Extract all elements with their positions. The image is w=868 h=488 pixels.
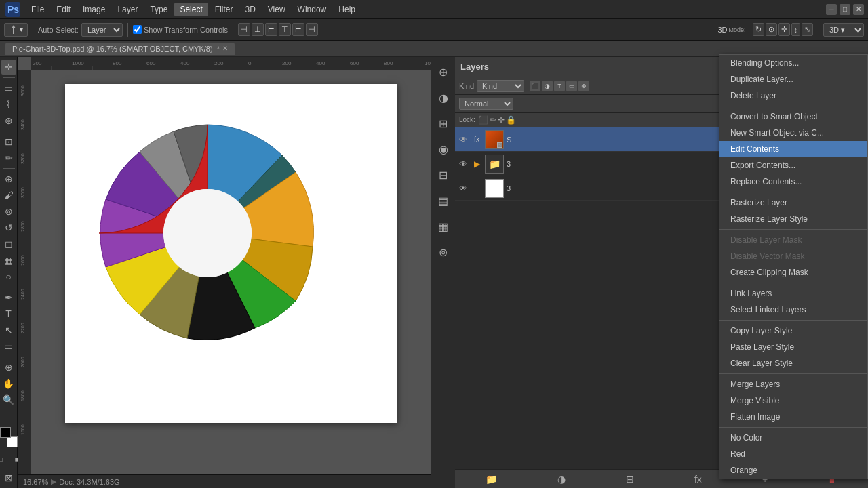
gradient-tool[interactable]: ▦ (1, 253, 16, 268)
lock-all[interactable]: 🔒 (506, 115, 516, 125)
layer-visibility-3[interactable]: 👁 (458, 183, 469, 194)
ctx-duplicate-layer[interactable]: Duplicate Layer... (719, 71, 867, 87)
menu-layer[interactable]: Layer (112, 3, 143, 16)
blend-mode-dropdown[interactable]: Normal (459, 98, 513, 110)
canvas-content[interactable] (31, 70, 431, 474)
ctx-rasterize-layer[interactable]: Rasterize Layer (719, 195, 867, 211)
lock-pixels[interactable]: ✏ (490, 115, 496, 125)
zoom-tool[interactable]: 🔍 (1, 392, 16, 407)
align-left[interactable]: ⊣ (238, 23, 250, 36)
menu-type[interactable]: Type (144, 3, 173, 16)
panel-icon-3d[interactable]: ⊕ (431, 60, 456, 84)
path-select[interactable]: ↖ (1, 323, 16, 338)
menu-window[interactable]: Window (292, 3, 332, 16)
align-top[interactable]: ⊤ (279, 23, 291, 36)
marquee-tool[interactable]: ▭ (1, 81, 16, 96)
eraser-tool[interactable]: ◻ (1, 237, 16, 251)
panel-icon-swatches[interactable]: ⊟ (431, 163, 456, 187)
3d-scale[interactable]: ⤡ (802, 23, 813, 36)
ctx-blending-options[interactable]: Blending Options... (719, 55, 867, 71)
menu-filter[interactable]: Filter (210, 3, 239, 16)
align-center-h[interactable]: ⊥ (252, 23, 264, 36)
lasso-tool[interactable]: ⌇ (1, 97, 16, 112)
ctx-replace-contents[interactable]: Replace Contents... (719, 174, 867, 190)
ctx-export-contents[interactable]: Export Contents... (719, 157, 867, 174)
fg-color-swatch[interactable] (0, 427, 11, 438)
clone-tool[interactable]: ⊚ (1, 204, 16, 219)
ctx-select-linked[interactable]: Select Linked Layers (719, 302, 867, 318)
menu-3d[interactable]: 3D (239, 3, 260, 16)
ctx-no-color[interactable]: No Color (719, 430, 867, 446)
ctx-delete-layer[interactable]: Delete Layer (719, 87, 867, 104)
menu-edit[interactable]: Edit (51, 3, 76, 16)
move-tool[interactable]: ✛ (1, 60, 16, 75)
new-adjustment-btn[interactable]: ◑ (557, 474, 566, 485)
file-tab-active[interactable]: Pie-Chart-3D-Top.psd @ 16.7% (SMART OBJE… (5, 43, 235, 55)
panel-icon-history[interactable]: ⊚ (431, 240, 456, 264)
panel-icon-color[interactable]: ◉ (431, 137, 456, 161)
history-tool[interactable]: ↺ (1, 220, 16, 235)
filter-type[interactable]: T (554, 81, 565, 92)
panel-icon-styles[interactable]: ⊞ (431, 111, 456, 136)
ctx-create-clipping[interactable]: Create Clipping Mask (719, 264, 867, 281)
3d-pan[interactable]: ✛ (778, 23, 790, 36)
align-bottom[interactable]: ⊣ (306, 23, 318, 36)
filter-shape[interactable]: ▭ (566, 81, 577, 92)
dodge-tool[interactable]: ○ (1, 269, 16, 284)
file-tab-close[interactable]: ✕ (222, 45, 228, 52)
type-tool[interactable]: T (1, 306, 16, 321)
menu-select[interactable]: Select (174, 3, 208, 16)
layer-visibility-1[interactable]: 👁 (458, 134, 469, 145)
new-group-btn[interactable]: 📁 (486, 474, 497, 485)
layer-visibility-2[interactable]: 👁 (458, 159, 469, 169)
ctx-merge-visible[interactable]: Merge Visible (719, 392, 867, 409)
filter-pixel[interactable]: ⬛ (530, 81, 540, 92)
standard-mode[interactable]: □ (0, 451, 8, 466)
lock-transparent[interactable]: ⬛ (478, 115, 488, 125)
ctx-copy-style[interactable]: Copy Layer Style (719, 323, 867, 339)
ctx-paste-style[interactable]: Paste Layer Style (719, 339, 867, 355)
kind-dropdown[interactable]: Kind (477, 80, 524, 92)
ctx-orange[interactable]: Orange (719, 462, 867, 479)
auto-select-dropdown[interactable]: Layer Group (81, 23, 123, 37)
ctx-red[interactable]: Red (719, 446, 867, 462)
ctx-clear-style[interactable]: Clear Layer Style (719, 355, 867, 371)
ctx-flatten-image[interactable]: Flatten Image (719, 409, 867, 425)
3d-mode-dropdown[interactable]: 3D ▾ (823, 23, 864, 37)
ctx-new-smart[interactable]: New Smart Object via C... (719, 125, 867, 141)
3d-roll[interactable]: ⊙ (766, 23, 777, 36)
show-transform-label[interactable]: Show Transform Controls (133, 25, 228, 34)
menu-image[interactable]: Image (77, 3, 111, 16)
menu-view[interactable]: View (262, 3, 291, 16)
maximize-btn[interactable]: □ (840, 4, 850, 15)
align-center-v[interactable]: ⊢ (292, 23, 304, 36)
filter-adjust[interactable]: ◑ (542, 81, 553, 92)
3d-rotate[interactable]: ↻ (753, 23, 764, 36)
hand-tool[interactable]: ✋ (1, 376, 16, 391)
ctx-edit-contents[interactable]: Edit Contents (719, 141, 867, 157)
shape-tool[interactable]: ▭ (1, 339, 16, 354)
ctx-link-layers[interactable]: Link Layers (719, 285, 867, 302)
add-style-btn[interactable]: fx (694, 474, 702, 485)
crop-tool[interactable]: ⊡ (1, 134, 16, 149)
brush-tool[interactable]: 🖌 (1, 188, 16, 203)
panel-icon-gradients[interactable]: ▤ (431, 188, 456, 213)
healing-tool[interactable]: ⊕ (1, 171, 16, 186)
add-mask-btn[interactable]: ⊟ (626, 474, 634, 485)
ctx-rasterize-style[interactable]: Rasterize Layer Style (719, 211, 867, 227)
ctx-convert-smart[interactable]: Convert to Smart Object (719, 108, 867, 125)
pen-tool[interactable]: ✒ (1, 290, 16, 305)
ctx-merge-layers[interactable]: Merge Layers (719, 376, 867, 392)
eyedropper-tool[interactable]: ✏ (1, 150, 16, 165)
3d-tool[interactable]: ⊕ (1, 360, 16, 375)
filter-smart[interactable]: ⊛ (578, 81, 589, 92)
menu-help[interactable]: Help (333, 3, 361, 16)
minimize-btn[interactable]: ─ (826, 4, 837, 15)
align-right[interactable]: ⊢ (265, 23, 277, 36)
quick-select-tool[interactable]: ⊛ (1, 113, 16, 128)
close-btn[interactable]: ✕ (853, 4, 864, 15)
panel-icon-patterns[interactable]: ▦ (431, 214, 456, 239)
lock-position[interactable]: ✛ (498, 115, 505, 125)
3d-slide[interactable]: ↕ (791, 23, 801, 36)
show-transform-checkbox[interactable] (133, 25, 142, 34)
